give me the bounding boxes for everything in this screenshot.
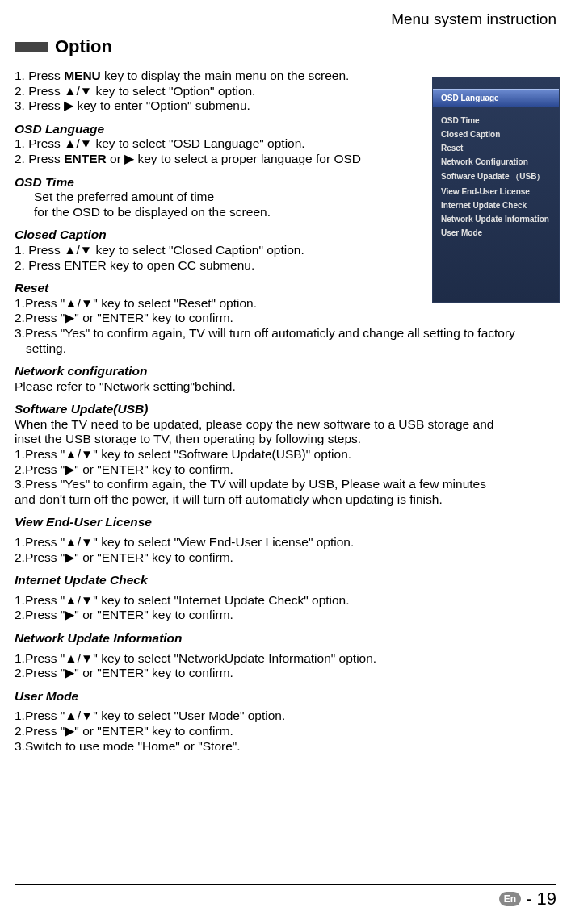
- user-mode-heading: User Mode: [15, 689, 556, 704]
- section-heading: Option: [15, 36, 571, 57]
- osd-language-l2c: or ▶ key to select a proper language for…: [107, 152, 361, 165]
- footer: En - 19: [499, 888, 556, 909]
- software-update-section: Software Update(USB) When the TV need to…: [15, 402, 556, 507]
- osd-menu-item: Reset: [433, 141, 559, 155]
- software-update-l6: and don't turn off the power, it will tu…: [15, 492, 556, 508]
- footer-rule: [15, 884, 556, 885]
- software-update-l3: 1.Press "▲/▼" key to select "Software Up…: [15, 447, 556, 462]
- osd-menu-item-selected: OSD Language: [433, 89, 559, 107]
- user-mode-l1: 1.Press "▲/▼" key to select "User Mode" …: [15, 709, 556, 724]
- reset-l2: 2.Press "▶" or "ENTER" key to confirm.: [15, 311, 556, 326]
- osd-language-l2a: 2. Press: [15, 152, 64, 165]
- osd-menu-item: Network Update Information: [433, 212, 559, 226]
- view-license-heading: View End-User License: [15, 515, 556, 530]
- network-update-l1: 1.Press "▲/▼" key to select "NetworkUpda…: [15, 651, 556, 667]
- osd-menu-item: Network Configuration: [433, 155, 559, 169]
- view-license-l2: 2.Press "▶" or "ENTER" key to confirm.: [15, 550, 556, 566]
- internet-update-heading: Internet Update Check: [15, 573, 556, 588]
- closed-caption-section: Closed Caption 1. Press ▲/▼ key to selec…: [15, 228, 467, 273]
- intro-l1b: MENU: [64, 69, 101, 82]
- osd-time-section: OSD Time Set the preferred amount of tim…: [15, 175, 467, 220]
- view-license-section: View End-User License 1.Press "▲/▼" key …: [15, 515, 556, 565]
- section-title-text: Option: [55, 36, 112, 57]
- intro-steps: 1. Press MENU key to display the main me…: [15, 69, 467, 114]
- network-config-section: Network configuration Please refer to "N…: [15, 364, 556, 394]
- closed-caption-l2: 2. Press ENTER key to open CC submenu.: [15, 258, 467, 274]
- reset-l3: 3.Press "Yes" to confirm again, TV will …: [15, 326, 556, 341]
- reset-l4: setting.: [15, 341, 556, 357]
- closed-caption-l1: 1. Press ▲/▼ key to select "Closed Capti…: [15, 243, 467, 258]
- internet-update-l1: 1.Press "▲/▼" key to select "Internet Up…: [15, 593, 556, 608]
- software-update-l1: When the TV need to be updated, please c…: [15, 417, 556, 433]
- user-mode-l3: 3.Switch to use mode "Home" or "Store".: [15, 739, 556, 755]
- software-update-l4: 2.Press "▶" or "ENTER" key to confirm.: [15, 462, 556, 478]
- intro-l2: 2. Press ▲/▼ key to select "Option" opti…: [15, 84, 467, 99]
- software-update-l5: 3.Press "Yes" to confirm again, the TV w…: [15, 477, 556, 492]
- internet-update-l2: 2.Press "▶" or "ENTER" key to confirm.: [15, 608, 556, 623]
- osd-language-section: OSD Language 1. Press ▲/▼ key to select …: [15, 122, 467, 167]
- closed-caption-heading: Closed Caption: [15, 228, 467, 243]
- osd-time-l2: for the OSD to be displayed on the scree…: [15, 205, 467, 220]
- osd-language-l2b: ENTER: [64, 152, 107, 165]
- osd-menu-item: Software Upadate （USB）: [433, 169, 559, 185]
- osd-menu-item: Internet Update Check: [433, 199, 559, 212]
- network-config-l1: Please refer to "Network setting"behind.: [15, 379, 556, 395]
- osd-time-l1: Set the preferred amount of time: [15, 190, 467, 205]
- network-update-l2: 2.Press "▶" or "ENTER" key to confirm.: [15, 666, 556, 681]
- osd-language-l1: 1. Press ▲/▼ key to select "OSD Language…: [15, 136, 467, 152]
- network-update-section: Network Update Information 1.Press "▲/▼"…: [15, 631, 556, 681]
- intro-l3: 3. Press ▶ key to enter "Option" submenu…: [15, 98, 467, 114]
- osd-menu-panel: OSD Language OSD Time Closed Caption Res…: [432, 77, 560, 303]
- osd-time-heading: OSD Time: [15, 175, 467, 190]
- osd-menu-item: User Mode: [433, 226, 559, 240]
- section-bar-icon: [15, 42, 48, 52]
- osd-menu-item: Closed Caption: [433, 128, 559, 141]
- intro-l1c: key to display the main menu on the scre…: [101, 69, 350, 82]
- intro-l1a: 1. Press: [15, 69, 64, 82]
- page-number: 19: [537, 888, 556, 909]
- network-update-heading: Network Update Information: [15, 631, 556, 646]
- language-badge: En: [499, 892, 521, 906]
- osd-language-heading: OSD Language: [15, 122, 467, 137]
- dash-icon: -: [526, 888, 531, 909]
- network-config-heading: Network configuration: [15, 364, 556, 379]
- software-update-l2: inset the USB storage to TV, then operat…: [15, 432, 556, 447]
- user-mode-section: User Mode 1.Press "▲/▼" key to select "U…: [15, 689, 556, 754]
- view-license-l1: 1.Press "▲/▼" key to select "View End-Us…: [15, 535, 556, 550]
- osd-menu-item: View End-User License: [433, 185, 559, 199]
- software-update-heading: Software Update(USB): [15, 402, 556, 417]
- header-title: Menu system instruction: [0, 10, 571, 28]
- internet-update-section: Internet Update Check 1.Press "▲/▼" key …: [15, 573, 556, 623]
- user-mode-l2: 2.Press "▶" or "ENTER" key to confirm.: [15, 724, 556, 739]
- osd-menu-item: OSD Time: [433, 114, 559, 128]
